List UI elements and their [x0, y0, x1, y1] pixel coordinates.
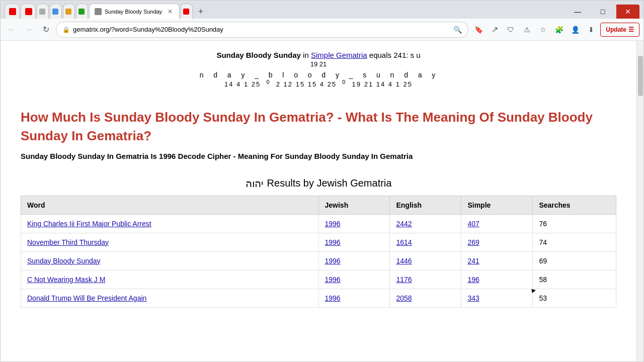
word-link[interactable]: Sunday Bloody Sunday	[27, 257, 101, 265]
english-link[interactable]: 1614	[396, 238, 412, 246]
update-button[interactable]: Update ☰	[600, 23, 639, 37]
tab5-favicon	[65, 9, 71, 15]
english-link[interactable]: 2442	[396, 220, 412, 228]
tab-title: Sunday Bloody Sunday	[105, 9, 163, 15]
gematria-table: Word Jewish English Simple Searches King…	[21, 196, 616, 308]
simple-gematria-link[interactable]: Simple Gematria	[311, 51, 367, 59]
scrollbar-thumb[interactable]	[638, 56, 643, 96]
cell-simple: 241	[461, 251, 533, 270]
search-icon[interactable]: 🔍	[453, 26, 462, 34]
alert-icon[interactable]: ⚠	[520, 23, 534, 37]
page-content: Sunday Bloody Sunday in Simple Gematria …	[1, 41, 636, 361]
cell-english: 2058	[390, 289, 461, 307]
toolbar-actions: 🔖 ↗ 🛡 ⚠ ☆ 🧩 👤 ⬇ Update ☰	[471, 23, 639, 37]
shield-icon[interactable]: 🛡	[504, 23, 518, 37]
equals-label: equals 241: s u	[369, 51, 421, 59]
content-area: Sunday Bloody Sunday in Simple Gematria …	[1, 41, 643, 361]
simple-link[interactable]: 407	[467, 220, 479, 228]
jewish-link[interactable]: 1996	[325, 276, 341, 284]
minimize-button[interactable]: —	[566, 5, 589, 19]
window-controls: — □ ✕	[566, 5, 639, 19]
gematrix-favicon	[95, 8, 102, 15]
cell-english: 1614	[390, 233, 461, 251]
bookmark-icon[interactable]: 🔖	[471, 23, 486, 37]
page-sub-heading: Sunday Bloody Sunday In Gematria Is 1996…	[21, 151, 616, 162]
reload-button[interactable]: ↻	[39, 23, 53, 37]
cell-english: 1446	[390, 251, 461, 270]
new-tab-button[interactable]: +	[194, 5, 208, 19]
tab-3[interactable]	[37, 4, 49, 19]
cell-searches: 53	[533, 289, 616, 307]
simple-link[interactable]: 241	[467, 257, 479, 265]
cell-simple: 343	[461, 289, 533, 307]
user-icon[interactable]: 👤	[568, 23, 582, 37]
table-row: Sunday Bloody Sunday 1996 1446 241 69	[21, 251, 616, 270]
jewish-link[interactable]: 1996	[325, 220, 341, 228]
close-button[interactable]: ✕	[616, 5, 639, 19]
results-section: יהוה Results by Jewish Gematria Word Jew…	[21, 177, 616, 308]
tab-6[interactable]	[76, 4, 88, 19]
word-link[interactable]: King Charles Iii First Major Public Arre…	[27, 220, 151, 228]
cell-searches: 69	[533, 251, 616, 270]
english-link[interactable]: 1446	[396, 257, 412, 265]
youtube-favicon	[9, 8, 16, 15]
share-icon[interactable]: ↗	[488, 23, 502, 37]
tab-gematrix[interactable]: Sunday Bloody Sunday ✕	[89, 4, 180, 19]
download-icon[interactable]: ⬇	[584, 23, 598, 37]
cell-simple: 196	[461, 270, 533, 289]
tab-youtube[interactable]	[5, 4, 20, 19]
word-link[interactable]: C Not Wearing Mask J M	[27, 276, 105, 284]
col-header-english: English	[390, 196, 461, 214]
phrase-label: Sunday Bloody Sunday	[216, 51, 301, 59]
security-icon: 🔒	[62, 26, 70, 33]
simple-link[interactable]: 196	[467, 276, 479, 284]
url-text: gematrix.org/?word=Sunday%20Bloody%20Sun…	[73, 26, 450, 33]
table-row: Donald Trump Will Be President Again 199…	[21, 289, 616, 307]
letter-row: n d a y _ b l o o d y _ s u n d a y	[21, 71, 616, 79]
star-icon[interactable]: ☆	[536, 23, 550, 37]
address-bar[interactable]: 🔒 gematrix.org/?word=Sunday%20Bloody%20S…	[56, 22, 468, 38]
in-label: in	[303, 51, 311, 59]
col-header-jewish: Jewish	[318, 196, 390, 214]
table-row: C Not Wearing Mask J M 1996 1176 196 58	[21, 270, 616, 289]
maximize-button[interactable]: □	[591, 5, 614, 19]
cell-searches: 74	[533, 233, 616, 251]
english-link[interactable]: 2058	[396, 294, 412, 302]
cell-jewish: 1996	[318, 289, 390, 307]
tab-extra1[interactable]	[181, 4, 193, 19]
jewish-link[interactable]: 1996	[325, 238, 341, 246]
extensions-icon[interactable]: 🧩	[552, 23, 566, 37]
english-link[interactable]: 1176	[396, 276, 412, 284]
youtube2-favicon	[25, 8, 32, 15]
cell-word: King Charles Iii First Major Public Arre…	[21, 214, 319, 233]
gematria-header: Sunday Bloody Sunday in Simple Gematria …	[21, 51, 616, 59]
tab-youtube2[interactable]	[21, 4, 36, 19]
cell-simple: 407	[461, 214, 533, 233]
simple-link[interactable]: 343	[467, 294, 479, 302]
word-link[interactable]: November Third Thursday	[27, 238, 109, 246]
cell-jewish: 1996	[318, 214, 390, 233]
simple-link[interactable]: 269	[467, 238, 479, 246]
tab-5[interactable]	[63, 4, 75, 19]
su-numbers: 19 21	[21, 60, 616, 68]
col-header-searches: Searches	[533, 196, 616, 214]
word-link[interactable]: Donald Trump Will Be President Again	[27, 294, 146, 302]
col-header-word: Word	[21, 196, 319, 214]
tab-bar: Sunday Bloody Sunday ✕ + — □ ✕	[1, 1, 643, 19]
cell-word: C Not Wearing Mask J M	[21, 270, 319, 289]
jewish-link[interactable]: 1996	[325, 257, 341, 265]
tab-4[interactable]	[50, 4, 62, 19]
scrollbar[interactable]	[636, 41, 643, 361]
table-row: November Third Thursday 1996 1614 269 74	[21, 233, 616, 251]
table-row: King Charles Iii First Major Public Arre…	[21, 214, 616, 233]
col-header-simple: Simple	[461, 196, 533, 214]
tab-close-button[interactable]: ✕	[166, 8, 174, 15]
cell-english: 2442	[390, 214, 461, 233]
back-button[interactable]: ←	[5, 23, 19, 37]
cell-simple: 269	[461, 233, 533, 251]
cell-word: November Third Thursday	[21, 233, 319, 251]
hebrew-icon: יהוה	[246, 177, 263, 190]
jewish-link[interactable]: 1996	[325, 294, 341, 302]
cell-word: Sunday Bloody Sunday	[21, 251, 319, 270]
forward-button[interactable]: →	[22, 23, 36, 37]
